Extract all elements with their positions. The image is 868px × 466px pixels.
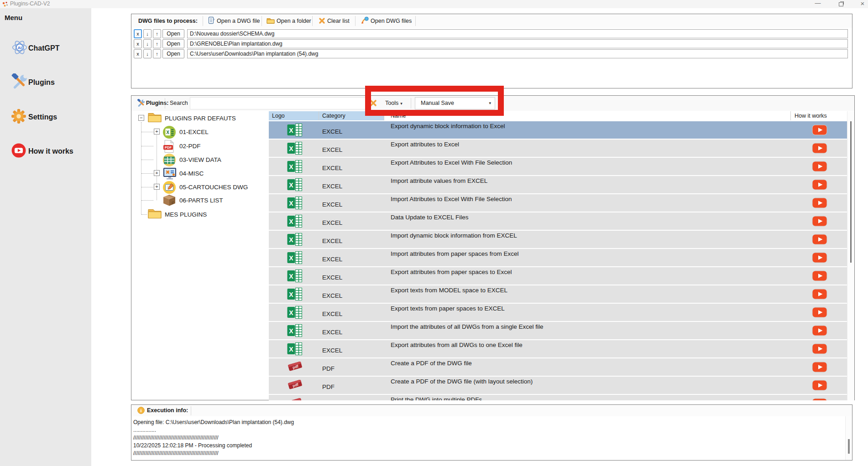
file-path-field[interactable]: D:\Nouveau dossier\SCHEMA.dwg <box>187 29 848 38</box>
name-cell: Export texts from MODEL space to EXCEL <box>391 287 507 294</box>
excel-logo-icon: X <box>287 141 303 157</box>
how-it-works-play-button[interactable] <box>812 362 827 374</box>
move-up-button[interactable]: ↑ <box>153 29 161 38</box>
excel-logo-icon: X <box>287 305 303 321</box>
name-cell: Import Attributes to Excel With File Sel… <box>391 196 512 202</box>
move-up-button[interactable]: ↑ <box>153 49 161 58</box>
open-dwg-files-button[interactable]: Open DWG files <box>361 15 412 27</box>
open-file-button[interactable]: Open <box>162 29 184 38</box>
table-row[interactable]: XEXCELData Update to EXCEL Files <box>269 212 847 230</box>
log-scrollbar[interactable] <box>845 416 852 460</box>
how-it-works-play-button[interactable] <box>812 380 827 393</box>
table-row[interactable]: pdfPDFCreate a PDF of the DWG file (with… <box>269 377 847 394</box>
tree-item-05-cartouches-dwg[interactable]: +05-CARTOUCHES DWG <box>131 180 268 194</box>
file-path-field[interactable]: C:\Users\user\Downloads\Plan implantatio… <box>187 49 848 58</box>
name-cell: Data Update to EXCEL Files <box>391 214 469 221</box>
log-line: ////////////////////////////////////////… <box>133 450 219 456</box>
collapse-expander[interactable]: − <box>138 115 144 121</box>
column-header-name[interactable]: Name <box>384 111 790 120</box>
sidebar-item-plugins[interactable]: Plugins <box>0 72 91 93</box>
how-it-works-play-button[interactable] <box>812 398 827 400</box>
execution-info-header: i Execution info: <box>131 405 852 416</box>
name-cell: Export texts from paper spaces to EXCEL <box>391 305 505 312</box>
svg-text:PDF: PDF <box>165 145 172 150</box>
table-row[interactable]: XEXCELExport attributes from all DWGs to… <box>269 340 847 357</box>
sidebar-item-chatgpt[interactable]: AI ChatGPT <box>0 38 91 58</box>
tree-item-02-pdf[interactable]: PDF02-PDF <box>131 139 268 153</box>
table-row[interactable]: XEXCELExport texts from MODEL space to E… <box>269 285 847 303</box>
svg-text:X: X <box>289 327 293 335</box>
restore-button[interactable] <box>837 0 846 8</box>
table-scrollbar[interactable] <box>847 111 854 400</box>
clear-search-icon[interactable] <box>370 99 377 109</box>
sidebar-item-how-it-works[interactable]: How it works <box>0 141 91 161</box>
tree-item-03-view-data[interactable]: 03-VIEW DATA <box>131 152 268 167</box>
how-it-works-play-button[interactable] <box>812 216 827 228</box>
table-row[interactable]: XEXCELImport attributes from paper space… <box>269 249 847 266</box>
tools-dropdown-button[interactable]: Tools▾ <box>382 97 406 109</box>
restore-icon <box>839 2 843 6</box>
excel-logo-icon: X <box>287 269 303 285</box>
column-divider <box>384 111 384 120</box>
search-input[interactable] <box>190 97 368 109</box>
how-it-works-play-button[interactable] <box>812 143 827 155</box>
tree-item-01-excel[interactable]: +X01-EXCEL <box>131 124 268 139</box>
open-file-button[interactable]: Open <box>162 49 184 58</box>
table-scrollbar-thumb[interactable] <box>850 121 852 263</box>
expand-expander[interactable]: + <box>154 170 160 176</box>
how-it-works-play-button[interactable] <box>812 343 827 356</box>
how-it-works-play-button[interactable] <box>812 325 827 338</box>
table-row[interactable]: XEXCELExport Attributes to Excel With Fi… <box>269 158 847 175</box>
file-path-field[interactable]: D:\GRENOBLE\Plan implantation.dwg <box>187 39 848 48</box>
table-row[interactable]: XEXCELExport attributes from paper space… <box>269 267 847 285</box>
table-row[interactable]: XEXCELExport texts from paper spaces to … <box>269 304 847 321</box>
column-header-logo[interactable]: Logo <box>269 111 319 120</box>
close-button[interactable]: × <box>858 0 867 8</box>
how-it-works-play-button[interactable] <box>812 234 827 247</box>
table-row[interactable]: pdfPDFPrint the DWG into multiple PDFs <box>269 395 847 400</box>
tree-item-plugins-par-defauts[interactable]: −PLUGINS PAR DEFAUTS <box>131 111 268 125</box>
how-it-works-play-button[interactable] <box>812 197 827 210</box>
remove-file-button[interactable]: x <box>134 39 142 48</box>
sidebar-item-settings[interactable]: Settings <box>0 107 91 127</box>
how-it-works-play-button[interactable] <box>812 307 827 320</box>
how-it-works-play-button[interactable] <box>812 252 827 265</box>
move-down-button[interactable]: ↓ <box>143 29 152 38</box>
move-down-button[interactable]: ↓ <box>143 39 152 48</box>
clear-list-button[interactable]: Clear list <box>319 15 350 27</box>
how-it-works-play-button[interactable] <box>812 161 827 174</box>
how-it-works-play-button[interactable] <box>812 270 827 283</box>
tree-item-mes-plugins[interactable]: MES PLUGINS <box>131 207 268 222</box>
expand-expander[interactable]: + <box>154 184 160 190</box>
table-row[interactable]: XEXCELImport attribute values from EXCEL <box>269 176 847 193</box>
dwg-toolbar: DWG files to process: Open a DWG file Op… <box>131 14 852 28</box>
remove-file-button[interactable]: x <box>134 29 142 38</box>
table-row[interactable]: XEXCELImport the attributes of all DWGs … <box>269 322 847 339</box>
column-header-category[interactable]: Category <box>319 111 384 120</box>
how-it-works-play-button[interactable] <box>812 289 827 301</box>
how-it-works-play-button[interactable] <box>812 179 827 192</box>
open-file-button[interactable]: Open <box>162 39 184 48</box>
menu-header: Menu <box>5 14 22 21</box>
table-row[interactable]: XEXCELImport dynamic block information f… <box>269 231 847 248</box>
log-scrollbar-thumb[interactable] <box>848 439 850 454</box>
how-it-works-play-button[interactable] <box>812 124 827 137</box>
move-down-button[interactable]: ↓ <box>143 49 152 58</box>
expand-expander[interactable]: + <box>154 129 160 135</box>
save-mode-dropdown[interactable]: Manual Save▾ <box>415 97 495 109</box>
minimize-button[interactable]: — <box>813 0 822 8</box>
tree-item-04-misc[interactable]: +04-MISC <box>131 166 268 181</box>
tree-item-06-parts-list[interactable]: 06-PARTS LIST <box>131 193 268 207</box>
name-cell: Export Attributes to Excel With File Sel… <box>391 159 512 166</box>
tree-connector <box>141 146 153 146</box>
table-row[interactable]: pdfPDFCreate a PDF of the DWG file <box>269 358 847 376</box>
table-row[interactable]: XEXCELExport dynamic block information t… <box>269 121 847 139</box>
open-folder-button[interactable]: Open a folder <box>267 15 311 27</box>
move-up-button[interactable]: ↑ <box>153 39 161 48</box>
column-header-how-it-works[interactable]: How it works <box>791 111 847 120</box>
category-cell: EXCEL <box>322 238 342 244</box>
remove-file-button[interactable]: x <box>134 49 142 58</box>
open-dwg-file-button[interactable]: Open a DWG file <box>208 15 260 27</box>
table-row[interactable]: XEXCELExport attributes to Excel <box>269 140 847 157</box>
table-row[interactable]: XEXCELImport Attributes to Excel With Fi… <box>269 194 847 212</box>
